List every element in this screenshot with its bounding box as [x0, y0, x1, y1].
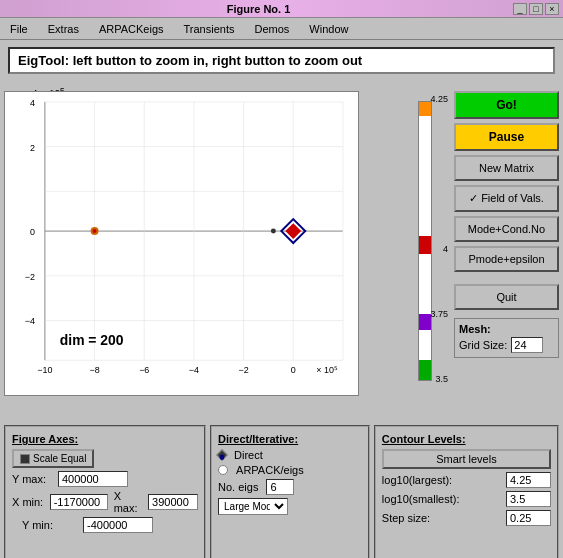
no-eigs-input[interactable]	[266, 479, 294, 495]
figure-axes-title: Figure Axes:	[12, 433, 198, 445]
xmin-input[interactable]	[50, 494, 108, 510]
scale-equal-label: Scale Equal	[33, 453, 86, 464]
log10-largest-row: log10(largest):	[382, 472, 551, 488]
smart-levels-row: Smart levels	[382, 449, 551, 469]
direct-iterative-panel: Direct/Iterative: Direct ARPACK/eigs No.…	[210, 425, 370, 558]
direct-iterative-title: Direct/Iterative:	[218, 433, 362, 445]
ymax-label: Y max:	[12, 473, 54, 485]
ymin-input[interactable]	[83, 517, 153, 533]
scale-equal-checkbox	[20, 454, 30, 464]
arpack-radio-row: ARPACK/eigs	[218, 464, 362, 476]
svg-text:dim = 200: dim = 200	[60, 332, 124, 348]
step-size-row: Step size:	[382, 510, 551, 526]
ymax-input[interactable]	[58, 471, 128, 487]
close-button[interactable]: ×	[545, 3, 559, 15]
svg-point-28	[93, 229, 97, 233]
step-size-input[interactable]	[506, 510, 551, 526]
svg-text:× 10⁵: × 10⁵	[316, 365, 338, 375]
no-eigs-label: No. eigs	[218, 481, 258, 493]
bottom-panels: Figure Axes: Scale Equal Y max: X min: X…	[0, 421, 563, 558]
mode-cond-button[interactable]: Mode+Cond.No	[454, 216, 559, 242]
go-button[interactable]: Go!	[454, 91, 559, 119]
title-bar: Figure No. 1 _ □ ×	[0, 0, 563, 18]
mesh-row: Grid Size:	[459, 337, 554, 353]
plot-canvas[interactable]: 4 2 0 −2 −4 −10 −8 −6 −4 −2 0 × 10⁵ dim …	[4, 91, 359, 396]
direct-radio-icon[interactable]	[216, 449, 227, 460]
menu-bar: File Extras ARPACKeigs Transients Demos …	[0, 18, 563, 40]
log10-largest-input[interactable]	[506, 472, 551, 488]
colorbar-label-top: 4.25	[430, 94, 448, 104]
svg-point-31	[271, 229, 276, 234]
direct-label: Direct	[234, 449, 263, 461]
svg-text:−6: −6	[139, 365, 149, 375]
colorbar-label-35: 3.5	[435, 374, 448, 384]
colorbar-container: 4.25 4 3.75 3.5	[390, 89, 450, 399]
info-text: EigTool: left button to zoom in, right b…	[18, 53, 362, 68]
smart-levels-button[interactable]: Smart levels	[382, 449, 551, 469]
figure-axes-panel: Figure Axes: Scale Equal Y max: X min: X…	[4, 425, 206, 558]
step-size-label: Step size:	[382, 512, 430, 524]
menu-transients[interactable]: Transients	[178, 21, 241, 37]
field-vals-button[interactable]: ✓ Field of Vals.	[454, 185, 559, 212]
xmin-label: X min:	[12, 496, 46, 508]
svg-text:−2: −2	[25, 272, 35, 282]
svg-text:−4: −4	[25, 316, 35, 326]
menu-extras[interactable]: Extras	[42, 21, 85, 37]
no-eigs-row: No. eigs	[218, 479, 362, 495]
grid-size-label: Grid Size:	[459, 339, 507, 351]
menu-file[interactable]: File	[4, 21, 34, 37]
minimize-button[interactable]: _	[513, 3, 527, 15]
svg-text:0: 0	[291, 365, 296, 375]
log10-smallest-row: log10(smallest):	[382, 491, 551, 507]
colorbar-label-375: 3.75	[430, 309, 448, 319]
arpack-radio-icon[interactable]	[218, 465, 228, 475]
contour-levels-panel: Contour Levels: Smart levels log10(large…	[374, 425, 559, 558]
large-mod-row: Large Mod	[218, 498, 362, 515]
contour-levels-title: Contour Levels:	[382, 433, 551, 445]
window-title: Figure No. 1	[4, 3, 513, 15]
ymin-label: Y min:	[22, 519, 64, 531]
svg-text:2: 2	[30, 143, 35, 153]
quit-button[interactable]: Quit	[454, 284, 559, 310]
log10-largest-label: log10(largest):	[382, 474, 452, 486]
main-content: 4 × 105	[0, 81, 563, 421]
pause-button[interactable]: Pause	[454, 123, 559, 151]
mesh-title: Mesh:	[459, 323, 554, 335]
direct-radio-row: Direct	[218, 449, 362, 461]
arpack-label: ARPACK/eigs	[236, 464, 304, 476]
grid-size-input[interactable]	[511, 337, 543, 353]
log10-smallest-label: log10(smallest):	[382, 493, 460, 505]
new-matrix-button[interactable]: New Matrix	[454, 155, 559, 181]
scale-equal-row: Scale Equal	[12, 449, 198, 468]
scale-equal-button[interactable]: Scale Equal	[12, 449, 94, 468]
menu-window[interactable]: Window	[303, 21, 354, 37]
large-mod-select[interactable]: Large Mod	[218, 498, 288, 515]
svg-text:0: 0	[30, 227, 35, 237]
maximize-button[interactable]: □	[529, 3, 543, 15]
svg-text:−4: −4	[189, 365, 199, 375]
xmax-input[interactable]	[148, 494, 198, 510]
info-bar: EigTool: left button to zoom in, right b…	[8, 47, 555, 74]
plot-svg[interactable]: 4 2 0 −2 −4 −10 −8 −6 −4 −2 0 × 10⁵ dim …	[5, 92, 358, 395]
plot-container[interactable]: 4 × 105	[4, 81, 386, 421]
pmode-button[interactable]: Pmode+epsilon	[454, 246, 559, 272]
svg-text:−8: −8	[89, 365, 99, 375]
ymax-row: Y max:	[12, 471, 198, 487]
mesh-section: Mesh: Grid Size:	[454, 318, 559, 358]
xmax-label: X max:	[114, 490, 144, 514]
right-panel: Go! Pause New Matrix ✓ Field of Vals. Mo…	[454, 81, 559, 421]
menu-demos[interactable]: Demos	[248, 21, 295, 37]
svg-text:−2: −2	[238, 365, 248, 375]
ymin-row: Y min:	[12, 517, 198, 533]
colorbar	[418, 101, 432, 381]
window-controls[interactable]: _ □ ×	[513, 3, 559, 15]
svg-text:−10: −10	[37, 365, 52, 375]
colorbar-label-4: 4	[443, 244, 448, 254]
svg-text:4: 4	[30, 98, 35, 108]
xmin-xmax-row: X min: X max:	[12, 490, 198, 514]
log10-smallest-input[interactable]	[506, 491, 551, 507]
menu-arpack[interactable]: ARPACKeigs	[93, 21, 170, 37]
